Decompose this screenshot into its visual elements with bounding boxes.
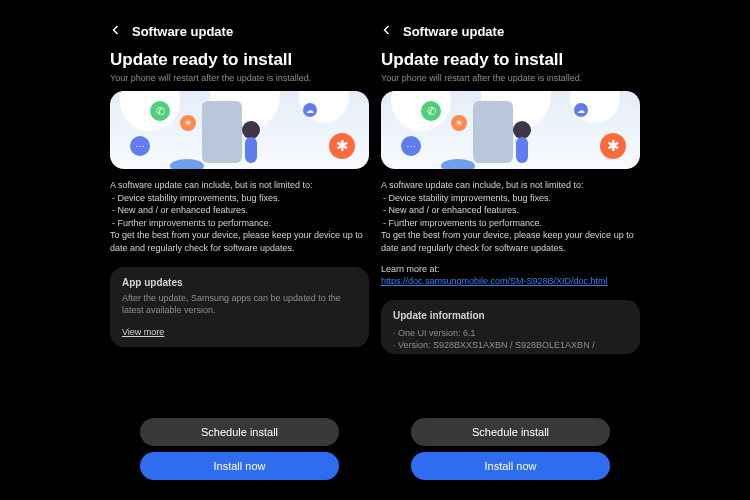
info-item: Version: S928BXXS1AXBN / S928BOLE1AXBN / [393, 339, 628, 352]
install-now-button[interactable]: Install now [140, 452, 339, 480]
app-updates-card: App updates After the update, Samsung ap… [110, 267, 369, 347]
schedule-install-button[interactable]: Schedule install [411, 418, 610, 446]
desc-item: Further improvements to performance. [112, 217, 369, 230]
update-screen-right: Software update Update ready to install … [381, 20, 640, 480]
update-description: A software update can include, but is no… [110, 179, 369, 255]
desc-intro: A software update can include, but is no… [110, 179, 369, 192]
install-now-button[interactable]: Install now [411, 452, 610, 480]
desc-item: Device stability improvements, bug fixes… [112, 192, 369, 205]
update-illustration: ✆ ⋯ ☀ ☁ ✱ [381, 91, 640, 169]
header-title: Software update [132, 24, 233, 39]
action-buttons: Schedule install Install now [110, 418, 369, 480]
card-title: App updates [122, 277, 357, 288]
page-subtitle: Your phone will restart after the update… [110, 73, 369, 83]
view-more-link[interactable]: View more [122, 327, 357, 337]
desc-item: Further improvements to performance. [383, 217, 640, 230]
back-icon[interactable] [110, 22, 122, 40]
update-screen-left: Software update Update ready to install … [110, 20, 369, 480]
update-info-card: Update information One UI version: 6.1 V… [381, 300, 640, 354]
desc-intro: A software update can include, but is no… [381, 179, 640, 192]
desc-item: Device stability improvements, bug fixes… [383, 192, 640, 205]
update-illustration: ✆ ⋯ ☀ ☁ ✱ [110, 91, 369, 169]
page-title: Update ready to install [381, 50, 640, 70]
header-bar: Software update [110, 20, 369, 46]
schedule-install-button[interactable]: Schedule install [140, 418, 339, 446]
page-subtitle: Your phone will restart after the update… [381, 73, 640, 83]
info-item: One UI version: 6.1 [393, 327, 628, 340]
desc-item: New and / or enhanced features. [112, 204, 369, 217]
action-buttons: Schedule install Install now [381, 418, 640, 480]
card-body: After the update, Samsung apps can be up… [122, 292, 357, 317]
learn-more-label: Learn more at: [381, 263, 640, 276]
card-title: Update information [393, 310, 628, 321]
back-icon[interactable] [381, 22, 393, 40]
learn-more-link[interactable]: https://doc.samsungmobile.com/SM-S928B/X… [381, 276, 608, 286]
header-title: Software update [403, 24, 504, 39]
desc-outro: To get the best from your device, please… [381, 229, 640, 254]
page-title: Update ready to install [110, 50, 369, 70]
desc-outro: To get the best from your device, please… [110, 229, 369, 254]
desc-item: New and / or enhanced features. [383, 204, 640, 217]
header-bar: Software update [381, 20, 640, 46]
update-description: A software update can include, but is no… [381, 179, 640, 288]
